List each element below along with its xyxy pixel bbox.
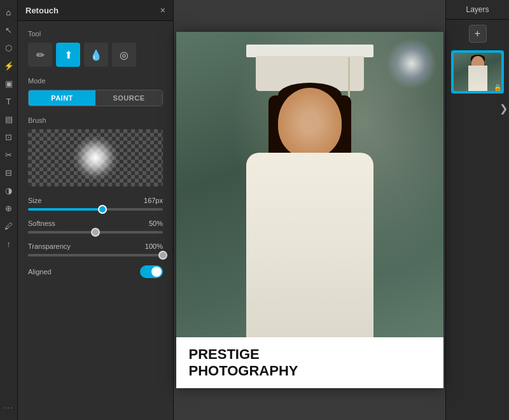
- mode-row: PAINT SOURCE: [28, 90, 163, 106]
- lightning-icon[interactable]: ⚡: [2, 59, 16, 73]
- tool-row: ✏ ⬆ 💧 ◎: [28, 43, 163, 67]
- brush-tool-button[interactable]: ✏: [28, 43, 52, 67]
- face: [278, 88, 342, 158]
- close-button[interactable]: ×: [160, 5, 165, 15]
- brush-label: Brush: [28, 116, 163, 124]
- text-icon[interactable]: T: [2, 94, 16, 108]
- sliders-icon[interactable]: ⊟: [2, 165, 16, 179]
- size-slider-fill: [28, 208, 102, 211]
- size-label: Size: [28, 197, 41, 204]
- transparency-slider-thumb[interactable]: [158, 251, 167, 260]
- tool-label: Tool: [28, 30, 163, 38]
- photo-caption: PRESTIGE PHOTOGRAPHY: [176, 337, 443, 388]
- layer-item[interactable]: ··· 🔒: [451, 50, 504, 94]
- paint-mode-button[interactable]: PAINT: [29, 90, 95, 106]
- scissors-icon[interactable]: ✂: [2, 148, 16, 162]
- caption-line1: PRESTIGE: [189, 346, 260, 362]
- circle-half-icon[interactable]: ◑: [2, 183, 16, 197]
- crop-icon[interactable]: ⊡: [2, 130, 16, 144]
- transparency-section: Transparency 100%: [28, 242, 163, 256]
- eraser-tool-button[interactable]: ◎: [112, 43, 136, 67]
- softness-slider-fill: [28, 231, 95, 234]
- panel-header: Retouch ×: [18, 0, 173, 21]
- caption-text: PRESTIGE PHOTOGRAPHY: [189, 346, 298, 380]
- panel-body: Tool ✏ ⬆ 💧 ◎ Mode PAINT SOURCE Brush Siz…: [18, 21, 173, 420]
- softness-slider-track[interactable]: [28, 231, 163, 234]
- stamp-icon[interactable]: ⊕: [2, 201, 16, 215]
- brush-glow: [73, 136, 118, 180]
- layers-panel: Layers + ··· 🔒 ❯: [445, 0, 509, 420]
- drop-tool-button[interactable]: 💧: [84, 43, 108, 67]
- gradient-icon[interactable]: ▤: [2, 112, 16, 126]
- aligned-toggle[interactable]: [140, 265, 163, 278]
- aligned-label: Aligned: [28, 268, 52, 276]
- transparency-label: Transparency: [28, 242, 71, 250]
- size-value: 167px: [144, 197, 163, 204]
- cap-tassel: [348, 57, 350, 102]
- transparency-header: Transparency 100%: [28, 242, 163, 250]
- canvas-image[interactable]: PRESTIGE PHOTOGRAPHY: [176, 32, 443, 388]
- source-mode-button[interactable]: SOURCE: [95, 90, 162, 106]
- expand-layers-icon[interactable]: ❯: [499, 102, 508, 115]
- layers-panel-title: Layers: [446, 0, 509, 20]
- add-layer-button[interactable]: +: [469, 25, 487, 43]
- transparency-slider-track[interactable]: [28, 254, 163, 256]
- stamp-tool-button[interactable]: ⬆: [56, 43, 80, 67]
- layers-icon[interactable]: ▣: [2, 76, 16, 90]
- transparency-value: 100%: [145, 242, 163, 250]
- aligned-row: Aligned: [28, 265, 163, 278]
- left-toolbar: ⌂ ↖ ⬡ ⚡ ▣ T ▤ ⊡ ✂ ⊟ ◑ ⊕ 🖊 ↑ ···: [0, 0, 18, 420]
- lasso-icon[interactable]: ⬡: [2, 41, 16, 55]
- arrow-up-icon[interactable]: ↑: [2, 237, 16, 251]
- move-icon[interactable]: ↖: [2, 23, 16, 37]
- softness-header: Softness 50%: [28, 220, 163, 227]
- retouch-panel: Retouch × Tool ✏ ⬆ 💧 ◎ Mode PAINT SOURCE…: [18, 0, 174, 420]
- mode-label: Mode: [28, 77, 163, 85]
- softness-slider-thumb[interactable]: [91, 228, 100, 237]
- softness-label: Softness: [28, 220, 55, 227]
- layer-lock-icon: 🔒: [494, 84, 501, 91]
- graduation-cap-top: [246, 45, 373, 57]
- graduation-figure: [208, 45, 412, 337]
- softness-value: 50%: [149, 220, 163, 227]
- transparency-slider-fill: [28, 254, 163, 256]
- pen-icon[interactable]: 🖊: [2, 219, 16, 233]
- brush-preview: [28, 129, 163, 186]
- home-icon[interactable]: ⌂: [2, 5, 16, 19]
- photo-area: [176, 32, 443, 337]
- gown: [246, 153, 373, 337]
- layer-thumb-figure: [468, 66, 487, 91]
- size-section: Size 167px: [28, 197, 163, 211]
- softness-section: Softness 50%: [28, 220, 163, 234]
- size-slider-thumb[interactable]: [98, 205, 107, 214]
- panel-title: Retouch: [25, 6, 59, 15]
- caption-line2: PHOTOGRAPHY: [189, 363, 298, 379]
- size-slider-track[interactable]: [28, 208, 163, 211]
- main-canvas-area: PRESTIGE PHOTOGRAPHY: [174, 0, 445, 420]
- more-tools-icon[interactable]: ···: [3, 402, 13, 414]
- toggle-knob: [151, 267, 162, 277]
- size-header: Size 167px: [28, 197, 163, 204]
